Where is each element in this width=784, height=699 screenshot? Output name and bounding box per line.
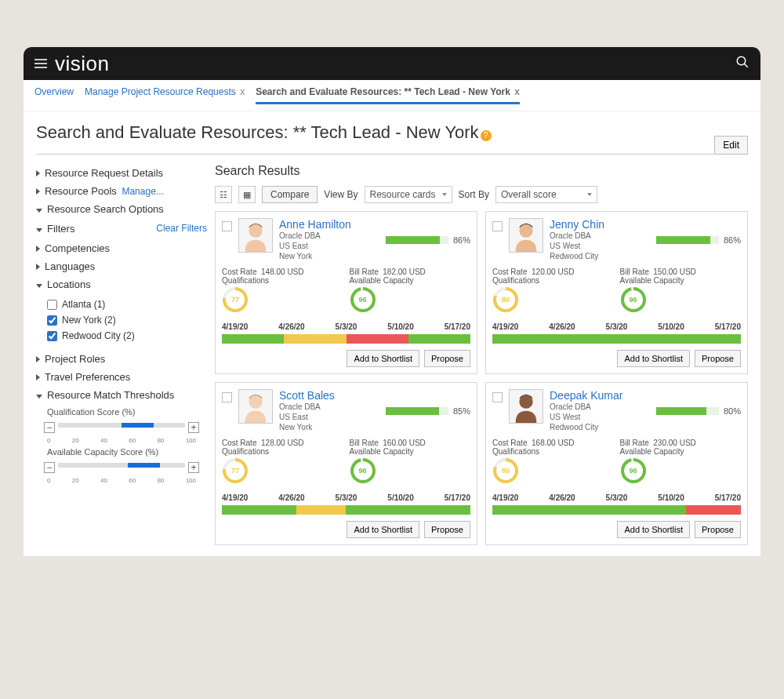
section-resource-search-options[interactable]: Resource Search Options (36, 200, 207, 218)
qualification-score-label: Qualification Score (%) (36, 404, 207, 418)
select-checkbox[interactable] (492, 392, 503, 402)
section-resource-pools[interactable]: Resource Pools Manage... (36, 182, 207, 200)
minus-button[interactable]: − (44, 422, 55, 433)
hierarchy-icon[interactable]: ☷ (215, 186, 232, 203)
availability-timeline (222, 505, 470, 515)
location-checkbox-atlanta[interactable]: Atlanta (1) (47, 297, 207, 312)
overall-score-bar (656, 236, 719, 244)
section-project-roles[interactable]: Project Roles (36, 350, 207, 368)
plus-button[interactable]: + (188, 462, 199, 473)
close-icon[interactable]: x (240, 86, 245, 97)
manage-link[interactable]: Manage... (122, 186, 163, 197)
section-locations[interactable]: Locations (36, 275, 207, 293)
toolbar: ☷ ▦ Compare View By Resource cards Sort … (215, 183, 748, 211)
available-capacity-label: Available Capacity Score (%) (36, 444, 207, 458)
detach-icon[interactable]: ▦ (238, 186, 256, 203)
propose-button[interactable]: Propose (695, 350, 741, 367)
availability-timeline (492, 505, 741, 515)
compare-button[interactable]: Compare (262, 186, 318, 203)
qualification-slider[interactable] (58, 418, 185, 437)
section-travel-preferences[interactable]: Travel Preferences (36, 368, 207, 386)
svg-point-15 (249, 395, 262, 409)
slider-ticks: 020406080100 (36, 437, 207, 444)
resource-meta: Oracle DBAUS WestRedwood City (550, 402, 622, 432)
resource-card: Jenny Chin Oracle DBAUS WestRedwood City… (485, 211, 748, 374)
plus-button[interactable]: + (188, 422, 199, 433)
timeline-dates: 4/19/204/26/205/3/205/10/205/17/20 (492, 490, 741, 505)
section-resource-request-details[interactable]: Resource Request Details (36, 164, 207, 182)
breadcrumb: Overview Manage Project Resource Request… (24, 80, 760, 111)
resource-meta: Oracle DBAUS EastNew York (279, 402, 335, 432)
timeline-dates: 4/19/204/26/205/3/205/10/205/17/20 (222, 490, 470, 505)
overall-score-bar (386, 236, 448, 244)
overall-score-pct: 80% (724, 406, 741, 416)
section-resource-match-thresholds[interactable]: Resource Match Thresholds (36, 386, 207, 404)
viewby-select[interactable]: Resource cards (365, 186, 452, 203)
propose-button[interactable]: Propose (424, 350, 470, 367)
avatar (509, 389, 543, 424)
edit-button[interactable]: Edit (714, 136, 748, 155)
add-to-shortlist-button[interactable]: Add to Shortlist (617, 521, 690, 538)
overall-score-pct: 86% (724, 235, 741, 245)
svg-point-9 (519, 224, 532, 238)
crumb-current[interactable]: Search and Evaluate Resources: ** Tech L… (256, 86, 520, 104)
close-icon[interactable]: x (514, 86, 520, 97)
add-to-shortlist-button[interactable]: Add to Shortlist (347, 521, 419, 538)
main-content: Edit Search Results ☷ ▦ Compare View By … (215, 164, 748, 545)
resource-meta: Oracle DBAUS WestRedwood City (550, 231, 604, 261)
resource-card: Anne Hamilton Oracle DBAUS EastNew York … (215, 211, 477, 374)
clear-filters-link[interactable]: Clear Filters (156, 223, 207, 235)
timeline-dates: 4/19/204/26/205/3/205/10/205/17/20 (492, 319, 741, 334)
resource-name-link[interactable]: Jenny Chin (550, 218, 604, 231)
svg-point-0 (737, 56, 746, 65)
add-to-shortlist-button[interactable]: Add to Shortlist (347, 350, 419, 367)
svg-line-1 (744, 64, 748, 67)
resource-name-link[interactable]: Scott Bales (279, 389, 335, 402)
avatar (238, 389, 273, 424)
timeline-dates: 4/19/204/26/205/3/205/10/205/17/20 (222, 319, 470, 334)
viewby-label: View By (324, 189, 358, 200)
hamburger-icon[interactable] (34, 59, 47, 68)
avatar (238, 218, 273, 253)
svg-point-21 (519, 395, 532, 409)
propose-button[interactable]: Propose (424, 521, 470, 538)
search-icon[interactable] (735, 55, 750, 72)
minus-button[interactable]: − (44, 462, 55, 473)
avatar (509, 218, 543, 253)
availability-timeline (222, 334, 470, 344)
brand: vision (55, 52, 109, 76)
overall-score-bar (386, 407, 448, 415)
overall-score-pct: 85% (453, 406, 470, 416)
overall-score-pct: 86% (453, 235, 470, 245)
location-checkbox-redwood[interactable]: Redwood City (2) (47, 328, 207, 344)
add-to-shortlist-button[interactable]: Add to Shortlist (617, 350, 690, 367)
select-checkbox[interactable] (492, 221, 503, 231)
capacity-slider[interactable] (58, 458, 185, 477)
sortby-select[interactable]: Overall score (495, 186, 597, 203)
section-competencies[interactable]: Competencies (36, 239, 207, 257)
sortby-label: Sort By (459, 189, 489, 200)
resource-meta: Oracle DBAUS EastNew York (279, 231, 351, 261)
topbar: vision (24, 47, 760, 80)
section-languages[interactable]: Languages (36, 257, 207, 275)
slider-ticks: 020406080100 (36, 477, 207, 484)
crumb-overview[interactable]: Overview (34, 86, 74, 104)
propose-button[interactable]: Propose (695, 521, 741, 538)
location-checkbox-newyork[interactable]: New York (2) (47, 312, 207, 328)
section-filters[interactable]: Filters (36, 223, 74, 235)
page-title: Search and Evaluate Resources: ** Tech L… (36, 122, 748, 155)
crumb-manage[interactable]: Manage Project Resource Requests x (85, 86, 245, 104)
resource-name-link[interactable]: Anne Hamilton (279, 218, 351, 231)
help-icon[interactable]: ? (481, 130, 492, 141)
svg-point-3 (249, 224, 262, 238)
select-checkbox[interactable] (222, 392, 232, 402)
select-checkbox[interactable] (222, 221, 232, 231)
resource-card: Deepak Kumar Oracle DBAUS WestRedwood Ci… (485, 382, 748, 545)
resource-card: Scott Bales Oracle DBAUS EastNew York 85… (215, 382, 477, 545)
overall-score-bar (656, 407, 719, 415)
availability-timeline (492, 334, 741, 344)
resource-name-link[interactable]: Deepak Kumar (550, 389, 622, 402)
sidebar: Resource Request Details Resource Pools … (36, 164, 207, 545)
search-results-header: Search Results (215, 164, 748, 183)
